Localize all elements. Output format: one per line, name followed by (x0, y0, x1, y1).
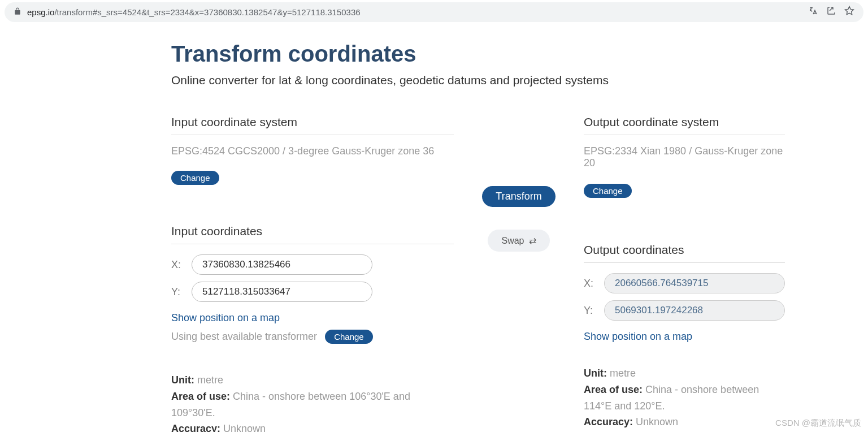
input-accuracy-value: Unknown (223, 423, 266, 432)
translate-icon[interactable] (808, 6, 818, 19)
input-accuracy-label: Accuracy: (171, 423, 220, 432)
transformer-text: Using best available transformer (171, 331, 317, 343)
input-x-label: X: (171, 259, 183, 271)
watermark: CSDN @霸道流氓气质 (775, 418, 861, 429)
share-icon[interactable] (826, 6, 836, 19)
transformer-change-button[interactable]: Change (325, 330, 373, 344)
svg-marker-0 (845, 7, 854, 15)
output-y-value: 5069301.197242268 (604, 300, 785, 321)
input-unit-label: Unit: (171, 374, 194, 386)
swap-label: Swap (501, 236, 524, 246)
output-x-value: 20660566.764539715 (604, 273, 785, 293)
browser-address-bar[interactable]: epsg.io/transform#s_srs=4524&t_srs=2334&… (5, 2, 863, 22)
output-show-map-link[interactable]: Show position on a map (584, 331, 692, 343)
output-x-label: X: (584, 278, 595, 290)
output-system-heading: Output coordinate system (584, 115, 785, 135)
output-area-label: Area of use: (584, 384, 643, 395)
input-coords-heading: Input coordinates (171, 224, 454, 244)
input-change-button[interactable]: Change (171, 171, 219, 185)
output-coords-heading: Output coordinates (584, 243, 785, 263)
input-x-field[interactable] (192, 254, 372, 275)
input-y-label: Y: (171, 286, 183, 298)
output-change-button[interactable]: Change (584, 184, 632, 198)
swap-icon: ⇄ (529, 235, 536, 246)
input-show-map-link[interactable]: Show position on a map (171, 312, 280, 324)
url-text: epsg.io/transform#s_srs=4524&t_srs=2334&… (27, 7, 808, 17)
input-crs-name: EPSG:4524 CGCS2000 / 3-degree Gauss-Krug… (171, 145, 434, 157)
page-subtitle: Online converter for lat & long coordina… (171, 74, 767, 87)
output-unit-value: metre (610, 368, 636, 379)
output-y-label: Y: (584, 305, 595, 317)
lock-icon (14, 7, 21, 17)
output-accuracy-value: Unknown (636, 416, 678, 427)
input-y-field[interactable] (192, 282, 372, 302)
output-unit-label: Unit: (584, 368, 607, 379)
output-accuracy-label: Accuracy: (584, 416, 633, 427)
star-icon[interactable] (844, 6, 854, 19)
output-crs-name: EPSG:2334 Xian 1980 / Gauss-Kruger zone … (584, 145, 785, 169)
input-area-label: Area of use: (171, 391, 230, 402)
input-system-heading: Input coordinate system (171, 115, 454, 135)
transform-button[interactable]: Transform (482, 186, 555, 207)
input-unit-value: metre (197, 374, 223, 386)
page-title: Transform coordinates (171, 41, 767, 67)
swap-button[interactable]: Swap ⇄ (488, 230, 549, 252)
